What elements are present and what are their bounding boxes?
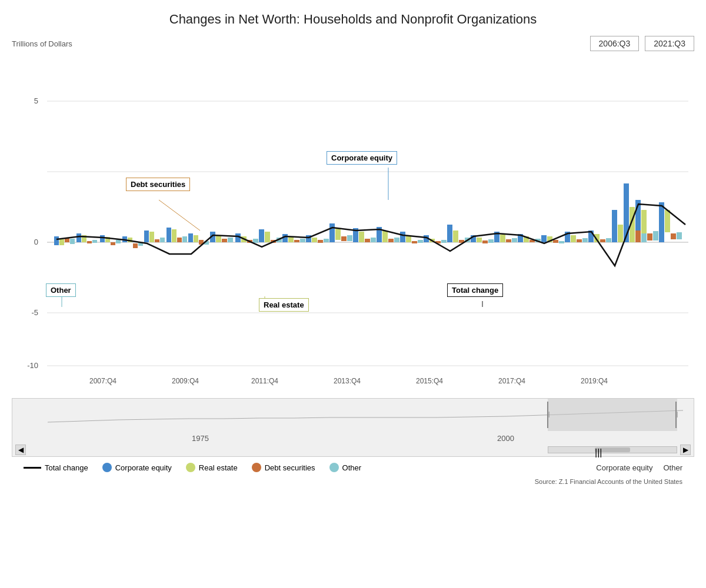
- svg-rect-16: [54, 236, 59, 245]
- legend-other: Other: [329, 463, 362, 472]
- debt-securities-annotation: Debt securities: [126, 178, 190, 191]
- svg-text:||: ||: [675, 410, 678, 417]
- bar-group-2009q1: [188, 233, 209, 245]
- navigator: || || 1975 2000 ◀ ||| ▶: [12, 398, 694, 457]
- bar-group-2010q2: [259, 229, 282, 243]
- legend-label-corporate-equity: Corporate equity: [115, 463, 172, 472]
- bar-group-2009q2: [210, 232, 233, 242]
- svg-text:2019:Q4: 2019:Q4: [581, 377, 608, 385]
- svg-rect-91: [488, 239, 494, 243]
- nav-label-1975: 1975: [192, 434, 209, 443]
- svg-rect-17: [59, 239, 64, 245]
- svg-rect-22: [87, 241, 92, 243]
- svg-rect-23: [92, 240, 97, 243]
- legend-label-total-change: Total change: [45, 463, 88, 472]
- svg-text:||: ||: [547, 410, 550, 417]
- svg-rect-102: [553, 240, 558, 243]
- chart-title: Changes in Net Worth: Households and Non…: [12, 12, 694, 27]
- svg-rect-78: [412, 241, 417, 243]
- svg-text:2007:Q4: 2007:Q4: [89, 377, 116, 385]
- legend-label-other: Other: [342, 463, 362, 472]
- svg-rect-120: [659, 202, 664, 242]
- nav-arrows: ◀ ||| ▶: [12, 443, 694, 456]
- svg-rect-90: [482, 240, 488, 243]
- svg-rect-106: [577, 239, 582, 242]
- svg-rect-110: [600, 239, 605, 242]
- svg-rect-83: [441, 240, 447, 243]
- svg-rect-118: [647, 233, 652, 240]
- svg-text:-5: -5: [31, 308, 38, 317]
- legend-label-debt-securities: Debt securities: [265, 463, 315, 472]
- legend-dot-real-estate: [186, 463, 195, 472]
- svg-rect-51: [253, 239, 258, 243]
- svg-rect-85: [453, 230, 458, 242]
- svg-rect-20: [76, 233, 81, 242]
- svg-rect-59: [300, 239, 305, 242]
- svg-line-129: [159, 200, 200, 230]
- nav-svg: || ||: [12, 399, 694, 434]
- bar-group-2011q1: [282, 234, 305, 242]
- svg-rect-73: [382, 230, 388, 242]
- svg-text:2017:Q4: 2017:Q4: [498, 377, 525, 385]
- svg-rect-27: [116, 240, 121, 243]
- legend-dot-corporate-equity: [102, 463, 112, 472]
- svg-rect-34: [155, 239, 159, 242]
- svg-rect-122: [671, 233, 676, 239]
- svg-rect-46: [222, 239, 227, 242]
- other-annotation: Other: [46, 283, 76, 297]
- end-date[interactable]: 2021:Q3: [645, 36, 694, 51]
- svg-rect-93: [500, 235, 505, 242]
- svg-rect-95: [512, 238, 517, 242]
- nav-inner: || ||: [12, 399, 694, 434]
- svg-rect-39: [182, 236, 187, 242]
- svg-rect-30: [133, 243, 138, 248]
- svg-rect-70: [365, 239, 370, 242]
- svg-rect-37: [172, 229, 176, 242]
- corporate-equity-annotation: Corporate equity: [327, 151, 397, 165]
- svg-rect-123: [677, 232, 682, 239]
- svg-rect-76: [400, 232, 405, 242]
- svg-rect-32: [144, 230, 149, 242]
- legend-line-total-change: [24, 467, 41, 469]
- legend-real-estate: Real estate: [186, 463, 238, 472]
- legend-right: Corporate equity Other: [596, 463, 682, 472]
- svg-rect-52: [259, 229, 264, 242]
- nav-arrow-left[interactable]: ◀: [15, 445, 26, 455]
- svg-rect-127: [641, 233, 647, 242]
- svg-text:2013:Q4: 2013:Q4: [334, 377, 361, 385]
- svg-rect-38: [177, 238, 182, 242]
- nav-arrow-right[interactable]: ▶: [680, 445, 691, 455]
- svg-rect-64: [329, 223, 335, 242]
- svg-rect-26: [111, 242, 115, 245]
- total-change-annotation: Total change: [447, 283, 503, 297]
- svg-rect-63: [324, 239, 329, 242]
- bar-chart-svg: 5 0 -5 -10 2007:Q4 2009:Q4 2011:Q4 2013:…: [12, 54, 694, 395]
- nav-labels: 1975 2000: [12, 434, 694, 443]
- svg-rect-58: [294, 240, 299, 242]
- bar-group-2007q1: [100, 235, 121, 245]
- svg-rect-69: [359, 232, 364, 242]
- svg-rect-94: [506, 239, 511, 242]
- legend-corporate-equity: Corporate equity: [102, 463, 172, 472]
- real-estate-annotation: Real estate: [259, 298, 309, 312]
- svg-rect-66: [341, 236, 347, 241]
- svg-rect-40: [188, 233, 193, 242]
- legend-debt-securities: Debt securities: [252, 463, 315, 472]
- svg-rect-53: [265, 232, 270, 242]
- svg-rect-33: [149, 232, 154, 242]
- start-date[interactable]: 2006:Q3: [590, 36, 640, 51]
- legend-right-other: Other: [663, 463, 682, 472]
- svg-text:2011:Q4: 2011:Q4: [251, 377, 278, 385]
- svg-rect-74: [388, 239, 394, 242]
- legend-total-change: Total change: [24, 463, 88, 472]
- svg-rect-119: [653, 231, 658, 240]
- y-axis-label: Trillions of Dollars: [12, 39, 72, 48]
- svg-rect-124: [624, 183, 629, 242]
- svg-rect-35: [160, 238, 165, 242]
- bar-group-2008q2: [166, 228, 187, 242]
- nav-scroll-bar[interactable]: |||: [548, 446, 677, 453]
- svg-rect-112: [612, 210, 617, 242]
- nav-scroll-thumb[interactable]: |||: [595, 447, 630, 452]
- svg-rect-89: [477, 238, 482, 242]
- svg-rect-19: [70, 239, 75, 244]
